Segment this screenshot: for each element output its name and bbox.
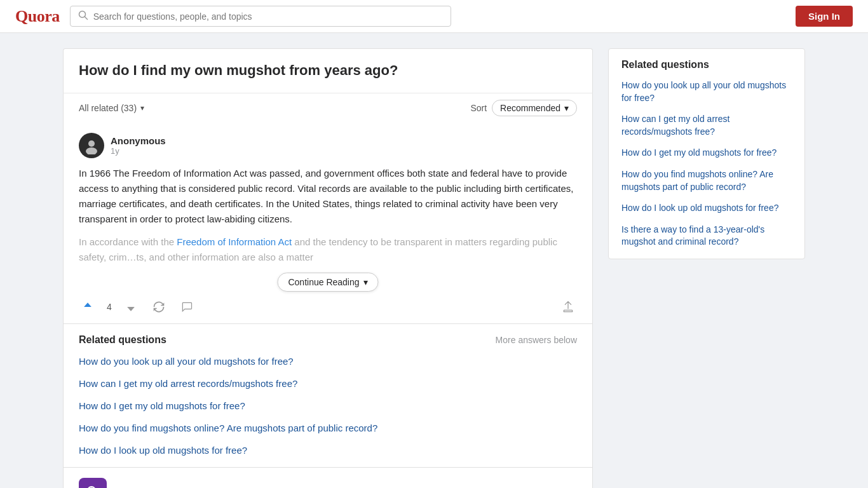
header: Quora Sign In [0, 0, 868, 33]
share-button[interactable] [559, 298, 577, 316]
sidebar-link-6[interactable]: Is there a way to find a 13-year-old's m… [621, 224, 792, 248]
author-info: Anonymous 1y [111, 135, 166, 156]
question-title: How do I find my own mugshot from years … [79, 62, 577, 80]
related-inline-card: Related questions More answers below How… [63, 324, 593, 468]
related-inline-links: How do you look up all your old mugshots… [79, 355, 577, 457]
answer-card: Anonymous 1y In 1966 The Freedom of Info… [63, 123, 593, 290]
continue-reading-button[interactable]: Continue Reading ▾ [277, 273, 378, 292]
svg-line-1 [85, 17, 87, 20]
sidebar-link-1[interactable]: How do you look up all your old mugshots… [621, 79, 792, 104]
sidebar-link-4[interactable]: How do you find mugshots online? Are mug… [621, 168, 792, 193]
upvote-count: 4 [107, 302, 112, 312]
author-name: Anonymous [111, 135, 166, 146]
sign-in-button[interactable]: Sign In [796, 6, 853, 27]
comment-button[interactable] [178, 298, 196, 316]
answer-faded-area: In accordance with the Freedom of Inform… [79, 234, 577, 280]
sidebar-card: Related questions How do you look up all… [608, 48, 805, 259]
sort-chevron-icon: ▾ [564, 103, 569, 113]
sidebar-title: Related questions [621, 59, 792, 71]
filters-bar: All related (33) ▾ Sort Recommended ▾ [63, 93, 593, 123]
continue-reading-label: Continue Reading [288, 277, 359, 287]
chevron-down-icon: ▾ [140, 104, 144, 112]
related-inline-title: Related questions [79, 334, 166, 346]
refresh-icon [153, 301, 165, 313]
search-icon [78, 10, 88, 22]
sidebar-link-5[interactable]: How do I look up old mugshots for free? [621, 202, 792, 215]
upvote-button[interactable] [79, 298, 97, 316]
related-link-4[interactable]: How do you find mugshots online? Are mug… [79, 421, 577, 435]
quora-logo[interactable]: Quora [15, 7, 60, 26]
downvote-button[interactable] [122, 298, 140, 316]
svg-point-3 [86, 147, 97, 154]
comment-icon [180, 301, 193, 313]
bgsearch-icon [79, 478, 107, 488]
downvote-icon [125, 301, 137, 313]
related-inline-header: Related questions More answers below [79, 334, 577, 346]
sort-dropdown[interactable]: Recommended ▾ [492, 100, 577, 116]
main-content: How do I find my own mugshot from years … [63, 48, 593, 488]
answer-body-faded: In accordance with the Freedom of Inform… [79, 234, 577, 265]
related-link-1[interactable]: How do you look up all your old mugshots… [79, 355, 577, 368]
search-input[interactable] [93, 11, 443, 22]
svg-point-2 [88, 140, 95, 147]
sort-area: Sort Recommended ▾ [470, 100, 577, 116]
related-link-5[interactable]: How do I look up old mugshots for free? [79, 444, 577, 457]
upvote-icon [81, 301, 94, 313]
sidebar: Related questions How do you look up all… [608, 48, 805, 488]
page-body: How do I find my own mugshot from years … [53, 33, 815, 488]
all-related-filter[interactable]: All related (33) ▾ [79, 103, 144, 113]
sort-value: Recommended [500, 103, 560, 113]
bgsearch-card: BACKGROUND SEARCH CHECK [63, 468, 593, 488]
share-icon [562, 301, 574, 313]
continue-reading-chevron-icon: ▾ [363, 277, 368, 287]
related-link-3[interactable]: How do I get my old mugshots for free? [79, 399, 577, 412]
sidebar-link-3[interactable]: How do I get my old mugshots for free? [621, 147, 792, 159]
answer-author: Anonymous 1y [79, 133, 577, 158]
sort-label: Sort [470, 103, 487, 113]
related-link-2[interactable]: How can I get my old arrest records/mugs… [79, 377, 577, 390]
sidebar-link-2[interactable]: How can I get my old arrest records/mugs… [621, 113, 792, 138]
foia-link[interactable]: Freedom of Information Act [177, 236, 292, 247]
avatar [79, 133, 104, 158]
question-card: How do I find my own mugshot from years … [63, 48, 593, 93]
all-related-label: All related (33) [79, 103, 137, 113]
answer-body-visible: In 1966 The Freedom of Information Act w… [79, 166, 577, 227]
search-bar[interactable] [70, 6, 451, 27]
action-bar: 4 [63, 290, 593, 324]
author-time: 1y [111, 146, 166, 156]
reshare-button[interactable] [150, 298, 168, 316]
more-answers-label: More answers below [496, 335, 577, 345]
